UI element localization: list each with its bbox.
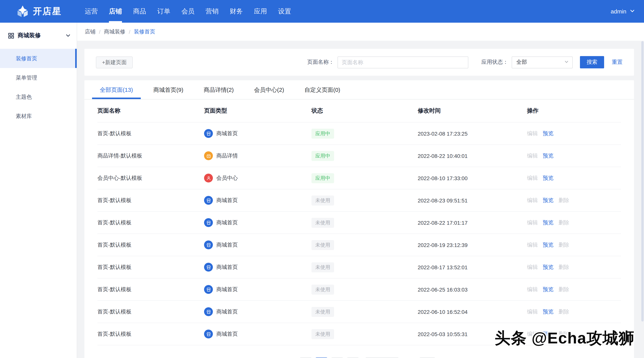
actions-cell: 编辑预览删除 [527,286,621,293]
filter-card: +新建页面 页面名称： 应用状态： 全部 搜索 重置 [84,49,634,76]
actions-cell: 编辑预览 [527,130,621,137]
brand-logo[interactable]: 开店星 [16,5,62,18]
tab[interactable]: 全部页面(13) [92,80,140,99]
page-type-label: 会员中心 [216,174,238,182]
tab[interactable]: 商城首页(9) [146,80,191,99]
brand-logo-icon [16,5,29,18]
delete-action: 删除 [558,197,569,203]
tab[interactable]: 会员中心(2) [246,80,292,99]
sidebar-item[interactable]: 主题色 [0,87,77,106]
edit-action: 编辑 [527,152,538,158]
preview-action[interactable]: 预览 [543,286,554,292]
nav-item[interactable]: 应用 [254,0,267,23]
edit-action: 编辑 [527,197,538,203]
status-label: 应用状态： [481,59,508,66]
breadcrumb-item[interactable]: 商城装修 [104,28,126,35]
page-type-label: 商城首页 [216,308,238,315]
modified-time-cell: 2022-06-25 16:03:03 [418,286,527,292]
nav-item[interactable]: 设置 [278,0,291,23]
page-name-cell: 首页-默认模板 [98,241,204,248]
preview-action[interactable]: 预览 [543,264,554,270]
user-menu[interactable]: admin [611,8,635,15]
status-cell: 应用中 [312,151,418,161]
column-header: 页面类型 [204,107,312,114]
table-row: 首页-默认模板 商城首页 未使用 2022-08-22 17:01:17 编辑预… [98,212,621,234]
edit-action: 编辑 [527,130,538,136]
page-type-label: 商品详情 [216,152,238,159]
page-tabs: 全部页面(13)商城首页(9)商品详情(2)会员中心(2)自定义页面(0) [84,80,634,99]
page-type-label: 商城首页 [216,286,238,293]
delete-action: 删除 [558,286,569,292]
storefront-icon [204,129,213,138]
status-badge: 应用中 [312,128,334,138]
preview-action[interactable]: 预览 [543,174,554,181]
table-body: 首页-默认模板 商城首页 应用中 2023-02-08 17:23:25 编辑预… [98,122,621,345]
column-header: 页面名称 [98,107,204,114]
sidebar-item[interactable]: 装修首页 [0,49,77,68]
page-type-label: 商城首页 [216,130,238,137]
edit-action: 编辑 [527,241,538,248]
breadcrumb-item[interactable]: 店铺 [85,28,96,35]
page-type-cell: 商城首页 [204,307,312,316]
status-cell: 未使用 [312,307,418,317]
column-header: 操作 [527,107,621,114]
page-type-cell: 商城首页 [204,285,312,294]
page-name-input[interactable] [338,56,468,68]
status-badge: 未使用 [312,262,334,272]
status-badge: 未使用 [312,284,334,294]
modified-time-cell: 2022-08-23 09:51:51 [418,197,527,203]
status-badge: 应用中 [312,151,334,161]
page-type-label: 商城首页 [216,264,238,271]
modified-time-cell: 2022-08-19 23:12:39 [418,242,527,248]
status-cell: 未使用 [312,284,418,294]
tab[interactable]: 商品详情(2) [196,80,242,99]
status-badge: 未使用 [312,329,334,339]
page-name-label: 页面名称： [307,59,334,66]
top-navbar: 开店星 运营店铺商品订单会员营销财务应用设置 admin [0,0,644,23]
page-type-label: 商城首页 [216,330,238,337]
sidebar-item[interactable]: 素材库 [0,106,77,126]
preview-action[interactable]: 预览 [543,219,554,225]
preview-action[interactable]: 预览 [543,241,554,248]
page-name-cell: 会员中心-默认模板 [98,174,204,182]
nav-item[interactable]: 订单 [157,0,170,23]
search-button[interactable]: 搜索 [580,56,604,68]
watermark: 头条 @Echa攻城狮 [494,328,635,349]
nav-item[interactable]: 运营 [85,0,98,23]
delete-action: 删除 [558,264,569,270]
tab[interactable]: 自定义页面(0) [297,80,348,99]
edit-action: 编辑 [527,219,538,225]
sidebar-group-label: 商城装修 [18,32,41,39]
preview-action[interactable]: 预览 [543,308,554,314]
modified-time-cell: 2023-02-08 17:23:25 [418,130,527,136]
nav-item[interactable]: 会员 [182,0,194,23]
reset-link[interactable]: 重置 [612,59,622,66]
scrollbar-thumb[interactable] [641,41,644,321]
status-badge: 未使用 [312,240,334,250]
nav-item[interactable]: 商品 [133,0,146,23]
preview-action[interactable]: 预览 [543,130,554,136]
preview-action[interactable]: 预览 [543,197,554,203]
status-cell: 应用中 [312,173,418,183]
nav-item[interactable]: 店铺 [109,0,122,23]
status-select[interactable]: 全部 [512,56,573,68]
nav-item[interactable]: 财务 [230,0,243,23]
preview-action[interactable]: 预览 [543,152,554,158]
breadcrumb-separator: / [129,29,130,35]
nav-item[interactable]: 营销 [206,0,219,23]
storefront-icon [204,307,213,316]
breadcrumb-current: 装修首页 [134,28,155,35]
page-type-cell: 商城首页 [204,263,312,272]
storefront-icon [204,329,213,338]
storefront-icon [204,263,213,272]
page-name-cell: 首页-默认模板 [98,286,204,293]
new-page-button[interactable]: +新建页面 [96,56,133,68]
page-name-cell: 首页-默认模板 [98,308,204,315]
chevron-down-icon [66,33,70,38]
modified-time-cell: 2022-08-22 17:01:17 [418,220,527,226]
sidebar-group-header[interactable]: 商城装修 [0,23,77,39]
edit-action: 编辑 [527,174,538,181]
sidebar-item[interactable]: 菜单管理 [0,68,77,87]
status-cell: 未使用 [312,195,418,205]
page-type-cell: 商城首页 [204,329,312,338]
